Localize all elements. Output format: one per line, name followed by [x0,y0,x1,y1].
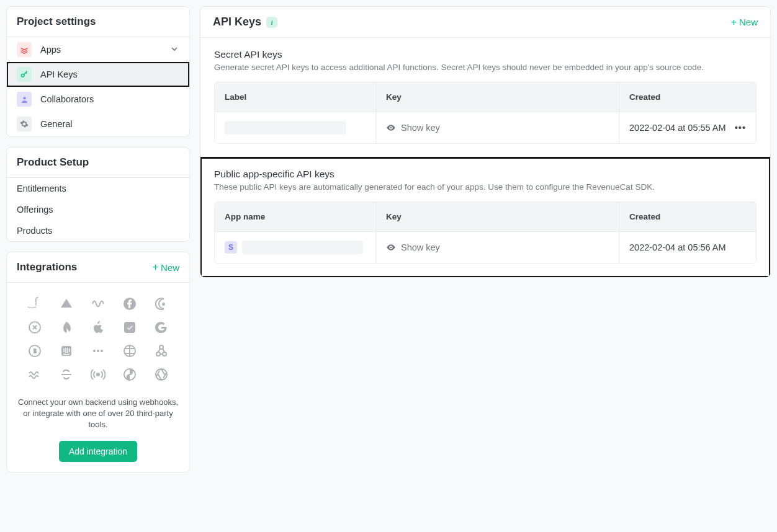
sidebar-item-label: General [40,119,73,129]
dots-icon [91,344,106,358]
integrations-blurb: Connect your own backend using webhooks,… [17,397,179,431]
svg-point-9 [97,350,99,352]
cell-key: Show key [376,112,619,143]
eye-icon [386,242,396,252]
product-setup-title: Product Setup [17,156,89,169]
col-created: Created [619,202,756,231]
sidebar-item-collaborators[interactable]: Collaborators [7,87,189,112]
secret-api-keys-section: Secret API keys Generate secret API keys… [200,38,770,157]
intercom-icon [59,344,74,358]
show-key-label: Show key [401,123,440,133]
key-icon [17,67,32,82]
facebook-icon [122,296,137,311]
add-integration-button[interactable]: Add integration [59,441,137,462]
new-api-key-button[interactable]: + New [731,17,758,27]
table-head: App name Key Created [215,202,756,231]
svg-text:c: c [163,302,164,306]
secret-title: Secret API keys [214,49,757,60]
circle-b-icon [27,344,42,358]
svg-point-0 [21,74,24,77]
svg-point-1 [23,97,25,99]
new-label: New [739,17,758,27]
globe-split-icon [122,344,137,358]
yin-yang-icon [122,367,137,382]
wave-icon [91,296,106,311]
integrations-icon-grid: c [13,293,183,392]
created-date: 2022-02-04 at 05:55 AM [629,123,726,133]
circle-x-icon [27,320,42,335]
public-title: Public app-specific API keys [214,169,757,180]
svg-point-10 [101,350,103,352]
integrations-body: c Connect your own [7,283,189,472]
created-date: 2022-02-04 at 05:56 AM [629,242,726,252]
project-settings-nav: Apps API Keys Collaborators [7,37,189,136]
col-key: Key [376,82,619,112]
chevron-down-icon [169,44,179,56]
col-created: Created [619,82,756,112]
sidebar-item-api-keys[interactable]: API Keys [7,62,189,87]
sidebar-item-general[interactable]: General [7,112,189,136]
cell-key: Show key [376,232,619,263]
public-api-keys-section: Public app-specific API keys These publi… [200,157,770,277]
show-key-button[interactable]: Show key [386,123,440,133]
app-badge: S [225,241,237,254]
main-panel: API Keys i + New Secret API keys Generat… [200,6,771,278]
project-settings-title: Project settings [17,16,96,28]
product-setup-list: Entitlements Offerings Products [7,178,189,241]
redacted-app-name [242,241,363,254]
layers-icon [17,42,32,57]
svg-point-15 [97,373,99,376]
secret-desc: Generate secret API keys to access addit… [214,63,757,72]
sidebar-item-products[interactable]: Products [7,220,189,241]
plus-icon: + [731,17,737,27]
broadcast-icon [91,367,106,382]
cell-created: 2022-02-04 at 05:55 AM ••• [619,112,756,143]
col-app-name: App name [215,202,376,231]
show-key-label: Show key [401,242,440,252]
project-settings-panel: Project settings Apps [6,6,190,137]
sidebar-item-label: Collaborators [40,94,94,104]
cell-label [215,112,376,143]
product-setup-panel: Product Setup Entitlements Offerings Pro… [6,147,190,242]
strikethrough-icon [59,367,74,382]
aquarius-icon [27,367,42,382]
product-setup-header: Product Setup [7,148,189,178]
leaf-icon [59,320,74,335]
sidebar-item-label: API Keys [40,69,78,79]
svg-rect-5 [124,322,135,333]
integrations-panel: Integrations + New c [6,252,190,472]
table-row: S Show key 2022-02-04 at 05:56 AM [215,231,756,263]
row-actions-button[interactable]: ••• [735,123,746,133]
col-key: Key [376,202,619,231]
integrations-new-link[interactable]: + New [153,262,179,273]
page-header: API Keys i + New [200,7,770,38]
check-square-icon [122,320,137,335]
public-keys-table: App name Key Created S Show key [214,202,757,264]
table-row: Show key 2022-02-04 at 05:55 AM ••• [215,112,756,143]
gear-icon [17,117,32,131]
show-key-button[interactable]: Show key [386,242,440,252]
secret-keys-table: Label Key Created Show key [214,82,757,144]
apple-icon [91,320,106,335]
public-desc: These public API keys are automatically … [214,182,757,192]
aperture-icon [154,367,169,382]
redacted-label [225,121,346,135]
table-head: Label Key Created [215,82,756,112]
webhook-icon [154,344,169,358]
sidebar-item-apps[interactable]: Apps [7,37,189,62]
page-title: API Keys [213,16,261,29]
sidebar-item-entitlements[interactable]: Entitlements [7,178,189,199]
project-settings-header: Project settings [7,7,189,37]
integrations-header: Integrations + New [7,252,189,283]
sidebar-item-offerings[interactable]: Offerings [7,199,189,220]
amazon-icon [27,296,42,311]
sidebar-item-label: Apps [40,45,61,55]
plus-icon: + [153,262,158,272]
crescent-icon: c [154,296,169,311]
integrations-title: Integrations [17,261,77,273]
new-label: New [161,262,179,273]
svg-point-8 [93,350,96,352]
info-icon[interactable]: i [266,17,277,28]
eye-icon [386,123,396,133]
triangle-icon [59,296,74,311]
